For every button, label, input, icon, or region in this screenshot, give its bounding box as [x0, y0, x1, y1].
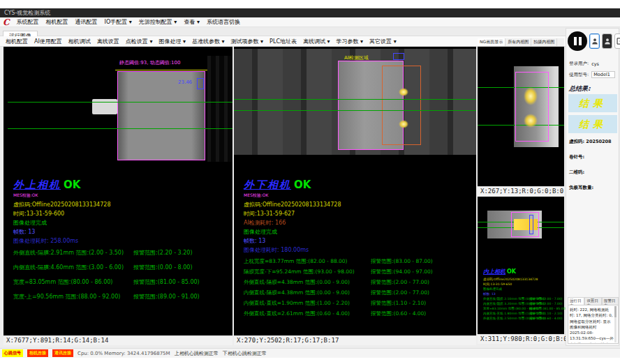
user-icon [604, 37, 611, 45]
exit-button[interactable] [614, 33, 620, 49]
tool-camera-config[interactable]: 相机配置 [6, 38, 28, 45]
tab-ng-display[interactable]: NG画面显示 [478, 38, 505, 46]
tab-capture-inner-images[interactable]: 拍摄内相图 [531, 38, 557, 46]
needle-number-label: 卷针号: [569, 154, 584, 160]
background-stripes [207, 56, 232, 162]
camera-result-block: 外下相机OK MES校验:OK 虚拟码:Offline2025020813313… [244, 178, 460, 321]
pause-button[interactable] [568, 31, 587, 51]
measurement-row: 宽度=83.10mm 范围:(80.00 - 86.00)报警范围:(81.00… [483, 307, 560, 310]
control-panel: 登录用户: cys 使用型号: Model1 总结果: 结果 结果 虚拟码: 2… [566, 28, 619, 346]
pixel-coordinate-status: X:267;Y:13;R:0;G:0;B:0 [478, 186, 564, 196]
process-done-line: 图像处理完成 [244, 228, 460, 236]
upper-camera-heartbeat-status: 上相机心跳检测正常 [175, 350, 219, 357]
app-window: CYS-视觉检测系统 C 系统配置 相机配置 通讯配置 IO手配置 ▾ 光源控制… [0, 0, 620, 364]
measurement-row: 外侧直线-隔膜=4.38mm 范围:(0.00 - 9.00)报警范围:(2.0… [244, 279, 460, 286]
elapsed-time-line: 图像处理耗时: 258.00ms [13, 237, 230, 245]
inner-view-tabs: NG画面显示 所有内相图 拍摄内相图 [478, 38, 564, 47]
alarm-range: 报警范围:(83.00 - 87.00) [371, 258, 433, 264]
result-box-upper: 结果 [568, 94, 617, 112]
tool-plc-address[interactable]: PLC地址表 [270, 38, 297, 45]
measurement-row: 外侧直线-隔膜:2.91mm 范围:(2.00 - 3.50)报警范围:(2.2… [13, 249, 230, 257]
menu-system-config[interactable]: 系统配置 [17, 18, 39, 26]
camera-image-inner-bottom[interactable] [478, 209, 564, 240]
model-select[interactable]: Model1 [591, 71, 615, 78]
measurement-row: 内侧直线-隔膜=4.38mm 范围:(0.00 - 9.00)报警范围:(2.0… [244, 289, 460, 296]
measurement-row: 隔膜宽度-下=95.24mm 范围:(93.00 - 98.00)报警范围:(9… [244, 268, 460, 275]
tool-camera-debug[interactable]: 相机调试 [68, 38, 91, 45]
login-user-row: 登录用户: cys [569, 61, 618, 67]
user-icon [591, 37, 598, 45]
measurement-value: 外侧直线-隔膜=4.38mm 范围:(0.00 - 9.00) [244, 279, 371, 286]
ai-roi-box [382, 66, 421, 145]
user-switch-button[interactable] [602, 33, 612, 49]
log-text-area[interactable]: 耗时: 222, 网络检测耗时: 17, 网络分类耗时: 0, 网络提取分区耗时… [568, 305, 619, 344]
measure-roi-box [529, 215, 533, 234]
exit-door-icon [616, 37, 620, 45]
pixel-coordinate-status: X:311;Y:980;R:0;G:0;B:0 [478, 334, 564, 344]
tool-baseline-params[interactable]: 基准线参数 ▾ [192, 38, 225, 45]
measurement-value: 内侧直线-直线:1.80mm 范围:(1.00 - 2.20) [483, 312, 529, 315]
camera-result-ok: OK [64, 179, 80, 191]
menu-comm-config[interactable]: 通讯配置 [75, 18, 98, 26]
measurement-row: 内侧直线-隔膜:4.60mm 范围:(3.00 - 6.00)报警范围:(0.0… [13, 264, 230, 271]
control-buttons [568, 31, 620, 51]
alarm-range: 报警范围:(81.00 - 85.00) [529, 307, 566, 310]
camera-image-outer-bottom[interactable]: AI检测区域 [234, 49, 476, 155]
tool-offline-debug[interactable]: 离线调试 ▾ [303, 38, 330, 45]
menu-camera-config[interactable]: 相机配置 [46, 18, 68, 26]
tool-image-process[interactable]: 图像处理 ▾ [158, 38, 186, 45]
highlight-blob [399, 88, 408, 96]
comm-connection-badge: 通讯连接 [52, 349, 73, 357]
camera-photo [117, 71, 205, 160]
camera-image-outer-top[interactable]: 静态阈值:93, 动态阈值:100 23.46 [3, 56, 232, 162]
camera-image-inner-top[interactable] [478, 47, 564, 186]
alarm-range: 报警范围:(2.20 - 3.20) [133, 250, 193, 256]
tool-test-params[interactable]: 测试项参数 ▾ [231, 38, 264, 45]
alarm-range: 报警范围:(81.00 - 85.00) [133, 279, 200, 285]
measure-overlay-value: 23.46 [178, 79, 192, 85]
log-scrollbar-thumb[interactable] [614, 306, 617, 317]
tab-all-inner-images[interactable]: 所有内相图 [505, 38, 531, 46]
tool-ai-usage-config[interactable]: AI使用配置 [34, 38, 62, 45]
result-box-lower: 结果 [568, 115, 617, 133]
measurement-value: 外侧直线-隔膜:2.91mm 范围:(2.00 - 3.50) [13, 249, 133, 257]
measurement-value: 内侧直线-隔膜=4.38mm 范围:(0.00 - 9.00) [244, 289, 371, 296]
tool-offline-setting[interactable]: 离线设置 [97, 38, 119, 45]
menu-light-config[interactable]: 光源控制配置 ▾ [139, 18, 177, 26]
tool-other-settings[interactable]: 其它设置 ▾ [369, 38, 397, 45]
virtual-code-line: 虚拟码:Offline20250208133134728 [244, 201, 460, 208]
measurement-row: 宽度-上=90.56mm 范围:(88.00 - 92.00)报警范围:(89.… [13, 293, 230, 301]
app-status-bar: 心跳信号 相机连接 通讯连接 Cpu: 0.0% Memory: 3424.41… [0, 348, 620, 358]
cpu-memory-status: Cpu: 0.0% Memory: 3424.41796875M [78, 351, 170, 356]
camera-panel-outer-bottom: AI检测区域 外下相机OK MES校验:OK 虚拟码:Offline202502… [234, 47, 476, 345]
measurement-row: 外侧直线-隔膜:2.10mm 范围:(0.00 - 9.00)报警范围:(2.0… [483, 297, 560, 301]
measurement-row: 内侧直线-直线=1.90mm 范围:(1.00 - 2.20)报警范围:(1.1… [244, 300, 460, 307]
camera-name-label: 外下相机 [244, 179, 291, 191]
detect-roi-box [515, 72, 549, 142]
menu-language-switch[interactable]: 系统语言切换 [207, 18, 240, 26]
baseline-line [234, 110, 476, 111]
measurement-row: 内侧直线-隔膜:3.20mm 范围:(0.00 - 9.00)报警范围:(2.0… [483, 302, 560, 305]
model-row: 使用型号: Model1 [569, 71, 618, 78]
lower-camera-heartbeat-status: 下相机心跳检测正常 [223, 350, 267, 357]
process-done-line: 图像处理完成 [483, 287, 560, 291]
measurement-value: 内侧直线-隔膜:4.60mm 范围:(3.00 - 6.00) [13, 264, 133, 271]
tool-spot-check[interactable]: 点检设置 ▾ [126, 38, 153, 45]
measurement-value: 隔膜宽度-下=95.24mm 范围:(93.00 - 98.00) [244, 268, 371, 275]
highlight-blob [524, 87, 538, 105]
app-logo-icon: C [3, 18, 10, 26]
login-user-value: cys [591, 61, 599, 67]
menu-io-config[interactable]: IO手配置 ▾ [105, 18, 132, 26]
highlight-region [514, 219, 538, 230]
menu-bar: C 系统配置 相机配置 通讯配置 IO手配置 ▾ 光源控制配置 ▾ 查看 ▾ 系… [0, 17, 620, 27]
qr-code-label: 二维码: [569, 169, 584, 176]
virtual-code-line: 虚拟码:Offline20250208133134728 [13, 201, 230, 208]
tool-learn-params[interactable]: 学习参数 ▾ [337, 38, 364, 45]
time-line: 时间:13-31-59-627 [244, 210, 460, 218]
alarm-range: 报警范围:(0.00 - 8.00) [133, 264, 193, 271]
login-user-button[interactable] [589, 33, 600, 49]
measurement-value: 外侧直线-直线:2.50mm 范围:(0.60 - 4.00) [483, 317, 529, 320]
measurement-value: 宽度-上=90.56mm 范围:(88.00 - 92.00) [13, 293, 133, 301]
menu-view[interactable]: 查看 ▾ [184, 18, 200, 26]
log-scrollbar[interactable] [614, 306, 617, 342]
